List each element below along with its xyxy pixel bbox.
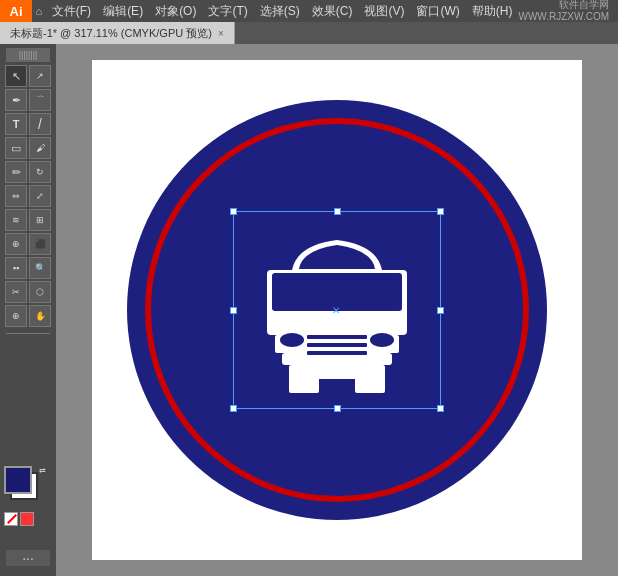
handle-middle-right[interactable]: [437, 307, 444, 314]
live-paint-tool[interactable]: ⬛: [29, 233, 51, 255]
slice-tool[interactable]: ✂: [5, 281, 27, 303]
color-section: ⇄: [4, 466, 52, 526]
menu-object[interactable]: 对象(O): [149, 0, 202, 22]
tab-label: 未标题-1* @ 317.11% (CMYK/GPU 预览): [10, 26, 212, 41]
foreground-color-swatch[interactable]: [4, 466, 32, 494]
tool-row-6: ⇔ ⤢: [3, 185, 53, 207]
curvature-tool[interactable]: ⌒: [29, 89, 51, 111]
reflect-tool[interactable]: ⇔: [5, 185, 27, 207]
rotate-tool[interactable]: ↻: [29, 161, 51, 183]
pencil-tool[interactable]: ✏: [5, 161, 27, 183]
handle-top-left[interactable]: [230, 208, 237, 215]
toolbar-ruler: ||||||||: [6, 48, 50, 62]
tool-row-7: ≋ ⊞: [3, 209, 53, 231]
document-tab[interactable]: 未标题-1* @ 317.11% (CMYK/GPU 预览) ×: [0, 22, 235, 44]
tool-row-11: ⊕ ✋: [3, 305, 53, 327]
center-cross-icon: ✕: [332, 305, 342, 315]
menu-effect[interactable]: 效果(C): [306, 0, 359, 22]
tool-row-1: ↖ ↗: [3, 65, 53, 87]
type-tool[interactable]: T: [5, 113, 27, 135]
swap-colors-icon[interactable]: ⇄: [39, 466, 46, 475]
free-transform-tool[interactable]: ⊞: [29, 209, 51, 231]
tool-row-3: T /: [3, 113, 53, 135]
hand-tool[interactable]: ✋: [29, 305, 51, 327]
tab-close-button[interactable]: ×: [218, 28, 224, 39]
more-tools-button[interactable]: ···: [6, 550, 50, 566]
scale-tool[interactable]: ⤢: [29, 185, 51, 207]
line-tool[interactable]: /: [29, 113, 51, 135]
left-toolbar: |||||||| ↖ ↗ ✒ ⌒ T / ▭ 🖌 ✏ ↻ ⇔ ⤢ ≋ ⊞ ⊕ ⬛…: [0, 44, 56, 576]
shape-builder-tool[interactable]: ⊕: [5, 233, 27, 255]
handle-top-center[interactable]: [334, 208, 341, 215]
handle-bottom-right[interactable]: [437, 405, 444, 412]
menu-select[interactable]: 选择(S): [254, 0, 306, 22]
handle-bottom-center[interactable]: [334, 405, 341, 412]
direct-selection-tool[interactable]: ↗: [29, 65, 51, 87]
pen-tool[interactable]: ✒: [5, 89, 27, 111]
menu-type[interactable]: 文字(T): [202, 0, 253, 22]
tab-bar: 未标题-1* @ 317.11% (CMYK/GPU 预览) ×: [0, 22, 618, 44]
none-default-row: [4, 512, 52, 526]
menu-bar: Ai ⌂ 文件(F) 编辑(E) 对象(O) 文字(T) 选择(S) 效果(C)…: [0, 0, 618, 22]
watermark-text: 软件自学网WWW.RJZXW.COM: [518, 0, 613, 23]
red-color[interactable]: [20, 512, 34, 526]
car-object[interactable]: ✕: [237, 215, 437, 405]
warp-tool[interactable]: ≋: [5, 209, 27, 231]
menu-file[interactable]: 文件(F): [46, 0, 97, 22]
tool-row-5: ✏ ↻: [3, 161, 53, 183]
tool-row-4: ▭ 🖌: [3, 137, 53, 159]
handle-middle-left[interactable]: [230, 307, 237, 314]
menu-view[interactable]: 视图(V): [358, 0, 410, 22]
handle-bottom-left[interactable]: [230, 405, 237, 412]
app-logo: Ai: [0, 0, 32, 22]
toolbar-separator: [6, 333, 50, 334]
color-swatches: ⇄: [4, 466, 46, 508]
tool-row-10: ✂ ⬡: [3, 281, 53, 303]
column-graph-tool[interactable]: ▪▪: [5, 257, 27, 279]
eyedropper-tool[interactable]: 🔍: [29, 257, 51, 279]
rectangle-tool[interactable]: ▭: [5, 137, 27, 159]
background-circle: ✕: [127, 100, 547, 520]
none-color[interactable]: [4, 512, 18, 526]
paintbrush-tool[interactable]: 🖌: [29, 137, 51, 159]
tool-row-2: ✒ ⌒: [3, 89, 53, 111]
tool-row-8: ⊕ ⬛: [3, 233, 53, 255]
handle-top-right[interactable]: [437, 208, 444, 215]
eraser-tool[interactable]: ⬡: [29, 281, 51, 303]
tool-row-9: ▪▪ 🔍: [3, 257, 53, 279]
artboard: ✕: [92, 60, 582, 560]
zoom-tool[interactable]: ⊕: [5, 305, 27, 327]
menu-help[interactable]: 帮助(H): [466, 0, 519, 22]
home-button[interactable]: ⌂: [32, 0, 46, 22]
menu-window[interactable]: 窗口(W): [410, 0, 465, 22]
menu-items: 文件(F) 编辑(E) 对象(O) 文字(T) 选择(S) 效果(C) 视图(V…: [46, 0, 519, 22]
menu-edit[interactable]: 编辑(E): [97, 0, 149, 22]
canvas-area[interactable]: ✕: [56, 44, 618, 576]
selection-tool[interactable]: ↖: [5, 65, 27, 87]
